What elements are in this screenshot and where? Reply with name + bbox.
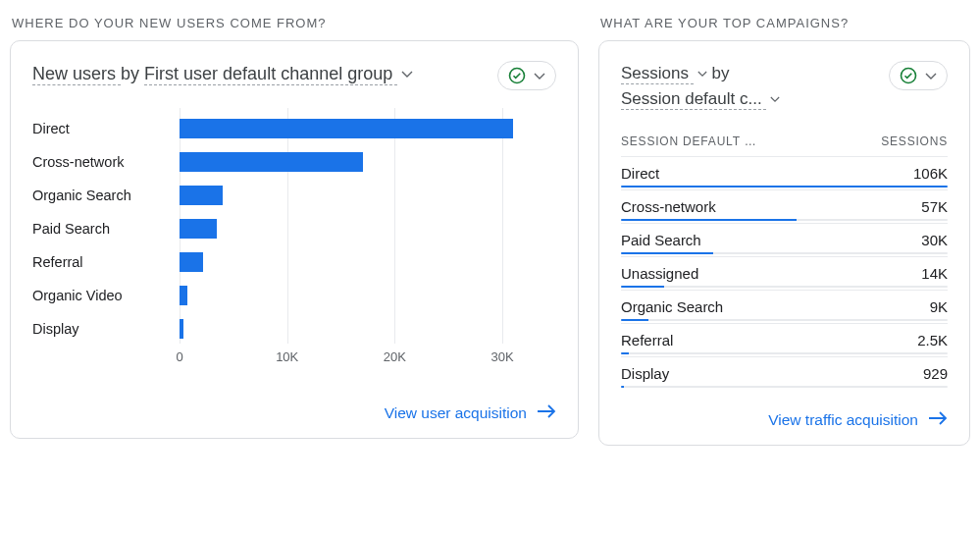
row-value: 30K [921,232,948,248]
table-row[interactable]: Direct106K [621,156,948,189]
chevron-down-icon [770,96,780,103]
table-row[interactable]: Display929 [621,356,948,390]
arrow-right-icon [537,404,556,422]
bar [180,152,363,172]
bar-row [180,145,556,179]
sparkline [621,352,948,354]
row-value: 106K [913,165,948,182]
row-value: 57K [921,198,948,215]
sparkline [621,386,948,388]
bar [180,119,513,138]
metric-selector-right[interactable]: Sessions by Session default c... [621,61,780,113]
link-label: View traffic acquisition [768,411,918,429]
link-label: View user acquisition [385,404,527,422]
check-circle-icon [900,67,917,84]
sparkline [621,252,948,254]
metric-selector-left[interactable]: New users by First user default channel … [32,61,413,88]
bar-label: Referral [32,245,180,279]
dimension-label: First user default channel group [144,64,392,83]
axis-tick: 30K [491,349,514,364]
sparkline [621,286,948,288]
col-header-metric: SESSIONS [881,134,948,148]
section-title-left: WHERE DO YOUR NEW USERS COME FROM? [12,16,577,30]
view-user-acquisition-link[interactable]: View user acquisition [385,404,556,422]
row-label: Referral [621,332,673,348]
chevron-down-icon [697,71,707,78]
status-dropdown[interactable] [497,61,556,90]
bar [180,319,183,339]
bar-row [180,212,556,245]
bar-label: Organic Search [32,179,180,212]
table-row[interactable]: Organic Search9K [621,290,948,323]
user-acquisition-card: New users by First user default channel … [10,40,579,439]
table-header: SESSION DEFAULT … SESSIONS [621,131,948,156]
bar [180,286,187,305]
metric-label: Sessions [621,64,689,82]
col-header-dimension: SESSION DEFAULT … [621,134,757,148]
bar-row [180,279,556,312]
bar-row [180,179,556,212]
status-dropdown[interactable] [889,61,948,90]
row-label: Cross-network [621,198,716,215]
metric-dropdown[interactable]: New users [32,64,121,85]
axis-tick: 0 [176,349,182,364]
dimension-label: Session default c... [621,89,762,108]
bar-label: Cross-network [32,145,180,179]
table-row[interactable]: Unassigned14K [621,256,948,290]
by-label: by [121,64,139,83]
bar [180,219,217,239]
chevron-down-icon [401,71,413,79]
row-label: Direct [621,165,659,182]
sparkline [621,219,948,221]
bar-chart: DirectCross-networkOrganic SearchPaid Se… [32,108,556,383]
row-value: 929 [923,365,948,382]
metric-label: New users [32,64,116,83]
row-label: Organic Search [621,298,723,315]
axis-tick: 10K [276,349,298,364]
chevron-down-icon [534,67,545,84]
dimension-dropdown[interactable]: Session default c... [621,89,766,110]
by-label: by [711,64,729,82]
axis-tick: 20K [384,349,406,364]
dimension-dropdown[interactable]: First user default channel group [144,64,397,85]
row-label: Display [621,365,669,382]
row-label: Paid Search [621,232,701,248]
bar-label: Paid Search [32,212,180,245]
bar-label: Organic Video [32,279,180,312]
chevron-down-icon [925,67,937,84]
bar-row [180,312,556,346]
row-value: 14K [921,265,948,282]
table-row[interactable]: Paid Search30K [621,223,948,256]
traffic-acquisition-card: Sessions by Session default c... [598,40,970,446]
bar-label: Display [32,312,180,346]
check-circle-icon [508,67,526,84]
section-title-right: WHAT ARE YOUR TOP CAMPAIGNS? [600,16,968,30]
row-value: 2.5K [917,332,948,348]
bar [180,252,203,272]
bar-row [180,245,556,279]
view-traffic-acquisition-link[interactable]: View traffic acquisition [768,411,948,429]
arrow-right-icon [928,411,948,429]
bar-label: Direct [32,112,180,145]
row-label: Unassigned [621,265,698,282]
row-value: 9K [930,298,948,315]
sparkline [621,186,948,188]
bar-row [180,112,556,145]
bar [180,186,223,205]
table-row[interactable]: Cross-network57K [621,189,948,223]
table-row[interactable]: Referral2.5K [621,323,948,356]
sparkline [621,319,948,321]
metric-dropdown[interactable]: Sessions [621,64,694,84]
